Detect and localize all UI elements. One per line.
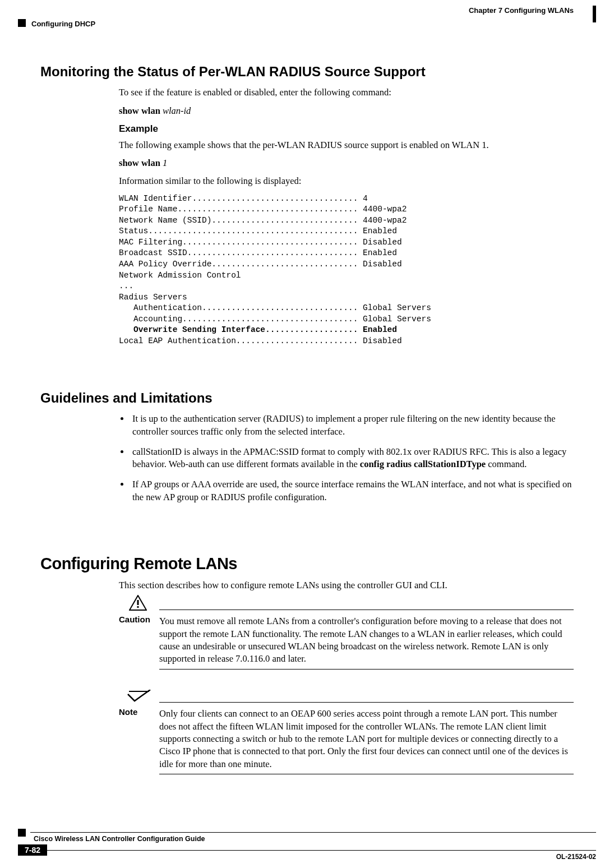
list-item: If AP groups or AAA override are used, t…: [130, 478, 574, 504]
caution-body: You must remove all remote LANs from a c…: [159, 612, 574, 665]
caution-label: Caution: [119, 614, 150, 625]
caution-icon: [129, 595, 147, 611]
command-syntax: show wlan wlan-id: [119, 105, 574, 117]
paragraph-text: This section describes how to configure …: [119, 579, 574, 592]
note-body: Only four clients can connect to an OEAP…: [159, 704, 574, 770]
section-heading-monitoring: Monitoring the Status of Per-WLAN RADIUS…: [40, 63, 574, 81]
paragraph-text: Information similar to the following is …: [119, 175, 574, 187]
running-header-section: Configuring DHCP: [31, 19, 95, 29]
bullet-text: If AP groups or AAA override are used, t…: [132, 479, 572, 502]
command-keyword: show wlan: [119, 158, 160, 168]
cli-output-block: WLAN Identifier.........................…: [119, 193, 574, 347]
note-label: Note: [119, 707, 137, 718]
section-heading-remote-lans: Configuring Remote LANs: [40, 553, 574, 575]
command-argument: wlan-id: [163, 105, 191, 116]
paragraph-text: To see if the feature is enabled or disa…: [119, 86, 574, 99]
footer-rule: [47, 850, 596, 851]
section-heading-guidelines: Guidelines and Limitations: [40, 389, 574, 407]
list-item: It is up to the authentication server (R…: [130, 413, 574, 438]
example-heading: Example: [119, 123, 574, 136]
command-example: show wlan 1: [119, 157, 574, 169]
footer-page-number: 7-82: [18, 844, 47, 856]
note-icon: [127, 690, 151, 702]
bullet-text: command.: [486, 459, 527, 469]
footer-square-decoration: [18, 829, 26, 837]
page-footer: Cisco Wireless LAN Controller Configurat…: [18, 829, 596, 856]
command-argument: 1: [163, 158, 167, 168]
header-square-decoration: [18, 19, 26, 27]
svg-rect-2: [137, 606, 139, 608]
footer-doc-number: OL-21524-02: [556, 852, 596, 861]
list-item: callStationID is always in the APMAC:SSI…: [130, 446, 574, 471]
running-header-chapter: Chapter 7 Configuring WLANs: [469, 6, 574, 16]
footer-rule: [30, 832, 596, 833]
paragraph-text: The following example shows that the per…: [119, 139, 574, 151]
bullet-list: It is up to the authentication server (R…: [40, 413, 574, 504]
bullet-text: It is up to the authentication server (R…: [132, 413, 556, 436]
header-bar-decoration: [593, 6, 596, 22]
svg-rect-1: [137, 600, 139, 605]
command-inline-bold: config radius callStationIDType: [360, 459, 486, 469]
command-keyword: show wlan: [119, 105, 160, 116]
footer-book-title: Cisco Wireless LAN Controller Configurat…: [34, 834, 205, 844]
